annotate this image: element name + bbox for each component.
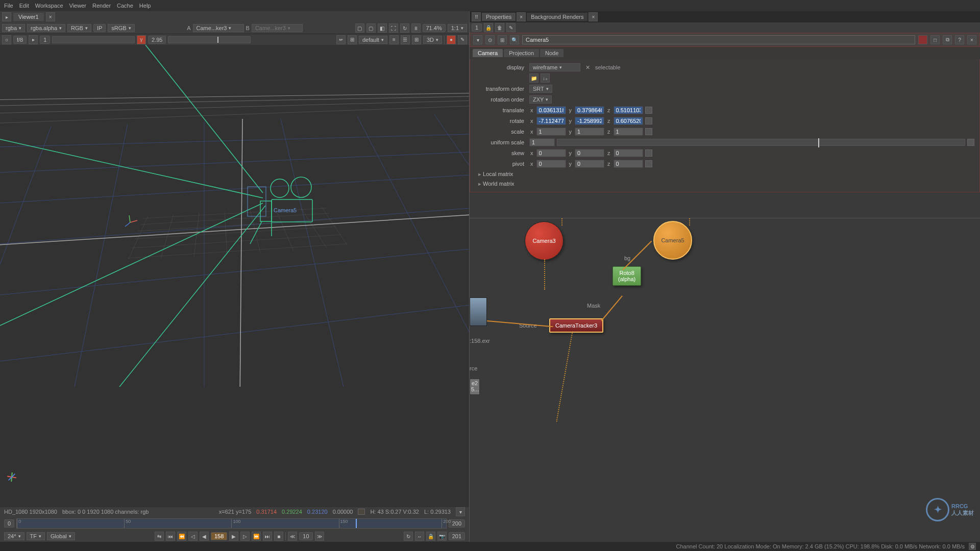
last-frame-icon[interactable]: ⏭ (263, 532, 272, 541)
scale-x[interactable] (536, 128, 566, 136)
locate-node-icon[interactable]: ⊞ (498, 35, 507, 44)
float-icon[interactable]: ⧉ (943, 35, 952, 44)
file-icon[interactable]: 📁 (529, 73, 538, 83)
tab-bgrenders[interactable]: Background Renders (527, 13, 587, 21)
uniform-scale-slider[interactable] (557, 139, 965, 146)
node-roto8[interactable]: Roto8 (alpha) (612, 266, 641, 286)
tab-camera[interactable]: Camera (473, 49, 503, 57)
menu-cache[interactable]: Cache (117, 3, 133, 9)
grid-icon[interactable]: ⊞ (412, 35, 421, 44)
lut-dropdown[interactable]: default (359, 36, 387, 44)
pivot-y[interactable] (575, 160, 604, 168)
play-back-icon[interactable]: ◀ (200, 532, 209, 541)
viewer-menu-icon[interactable]: ▸ (2, 12, 11, 21)
rotate-x[interactable] (536, 117, 566, 125)
clip-icon[interactable]: ▢ (355, 23, 364, 33)
node-graph[interactable]: Camera3 Camera5 bg Roto8 (alpha) Mask So… (470, 218, 980, 542)
scale-z[interactable] (614, 128, 643, 136)
pivot-z[interactable] (614, 160, 643, 168)
scale-dropdown[interactable]: 1:1 (448, 24, 467, 32)
clear-props-icon[interactable]: 🗑 (495, 23, 504, 32)
viewer-tab[interactable]: Viewer1 (13, 13, 44, 21)
tab-close2-icon[interactable]: × (589, 12, 598, 21)
rotation-order-dropdown[interactable]: ZXY (529, 95, 552, 104)
uniform-scale-field[interactable] (529, 138, 555, 146)
sync-icon[interactable]: ⇆ (155, 532, 164, 541)
overlay-icon[interactable]: ⊞ (348, 35, 357, 44)
skew-curve-icon[interactable] (645, 149, 652, 157)
layers-icon[interactable]: ≡ (389, 35, 399, 44)
b-input-dropdown[interactable]: Came...ker3 (252, 24, 303, 32)
collapse-node-icon[interactable]: ▾ (473, 35, 482, 44)
refresh-icon[interactable]: ↻ (400, 23, 409, 33)
selectable-checkbox[interactable]: ✕ (582, 64, 593, 71)
snapshot-icon[interactable]: 📷 (437, 532, 447, 541)
local-matrix-expand[interactable]: Local matrix (475, 169, 974, 179)
range-start[interactable]: 0 (4, 519, 14, 528)
status-menu-icon[interactable]: ⚙ (969, 543, 976, 550)
skew-x[interactable] (536, 149, 566, 157)
uscale-curve-icon[interactable] (967, 139, 974, 146)
prev-key-icon[interactable]: ⏪ (177, 532, 186, 541)
ip-button[interactable]: IP (93, 24, 106, 32)
time-track[interactable]: 0 50 100 150 200 (16, 518, 447, 529)
translate-z[interactable] (614, 106, 643, 114)
proxy-icon[interactable]: ⛶ (389, 23, 398, 33)
rotate-z[interactable] (614, 117, 643, 125)
step-back-icon[interactable]: ◁ (188, 532, 198, 541)
transform-order-dropdown[interactable]: SRT (529, 85, 552, 93)
gamma-slider[interactable] (168, 36, 251, 43)
node-camera3[interactable]: Camera3 (525, 221, 564, 260)
props-count[interactable]: 1 (472, 23, 482, 32)
node-name-field[interactable]: Camera5 (522, 35, 915, 44)
fstop-icon[interactable]: ☼ (2, 35, 11, 44)
translate-curve-icon[interactable] (645, 107, 652, 114)
menu-help[interactable]: Help (139, 3, 151, 9)
display-dropdown[interactable]: wireframe (529, 63, 580, 71)
channel-dropdown[interactable]: rgba (2, 24, 25, 32)
a-input-dropdown[interactable]: Came...ker3 (193, 24, 244, 32)
scope-dropdown[interactable]: Global (47, 532, 75, 540)
find-node-icon[interactable]: 🔍 (510, 35, 519, 44)
translate-y[interactable] (575, 106, 604, 114)
view-mode-dropdown[interactable]: 3D (423, 36, 442, 44)
tab-close-icon[interactable]: × (46, 12, 55, 21)
tab-projection[interactable]: Projection (504, 49, 539, 57)
alpha-dropdown[interactable]: rgba.alpha (27, 24, 65, 32)
menu-viewer[interactable]: Viewer (69, 3, 86, 9)
pause-icon[interactable]: ⏸ (411, 23, 421, 33)
edit-props-icon[interactable]: ✎ (506, 23, 516, 32)
roi-icon[interactable]: ◧ (378, 23, 387, 33)
next-key-icon[interactable]: ⏩ (252, 532, 261, 541)
gain-value[interactable]: 1 (40, 36, 50, 44)
skew-y[interactable] (575, 149, 604, 157)
viewport-3d[interactable]: Camera5 (0, 45, 469, 507)
skew-z[interactable] (614, 149, 643, 157)
props-grip-icon[interactable]: ⠿ (472, 12, 481, 21)
gain-slider[interactable] (52, 36, 135, 43)
center-node-icon[interactable]: ⊙ (485, 35, 495, 44)
tf-dropdown[interactable]: TF (27, 532, 45, 540)
rgb-dropdown[interactable]: RGB (67, 24, 91, 32)
rotate-curve-icon[interactable] (645, 117, 652, 124)
node-camera5[interactable]: Camera5 (653, 221, 692, 260)
rotate-y[interactable] (575, 117, 604, 125)
gain-arrow-icon[interactable]: ▸ (29, 35, 38, 44)
record-icon[interactable]: ● (447, 35, 456, 44)
status-menu-icon[interactable]: ▾ (456, 507, 465, 516)
help-icon[interactable]: ? (955, 35, 964, 44)
scale-curve-icon[interactable] (645, 128, 652, 135)
node-partial[interactable]: e2 5... (470, 379, 480, 395)
zoom-value[interactable]: 71.4% (423, 24, 446, 32)
node-cameratracker3[interactable]: CameraTracker3 (549, 318, 603, 333)
lock-icon[interactable]: 🔒 (426, 532, 435, 541)
gamma-icon[interactable]: γ (137, 35, 146, 44)
node-read-thumb[interactable] (470, 297, 487, 326)
skip-fwd-icon[interactable]: ≫ (315, 532, 324, 541)
node-color-icon[interactable] (918, 35, 927, 44)
tab-properties[interactable]: Properties (482, 13, 516, 21)
skip-value[interactable]: 10 (299, 532, 312, 540)
play-icon[interactable]: ▶ (229, 532, 238, 541)
srgb-dropdown[interactable]: sRGB (108, 24, 134, 32)
clip2-icon[interactable]: ▢ (366, 23, 376, 33)
